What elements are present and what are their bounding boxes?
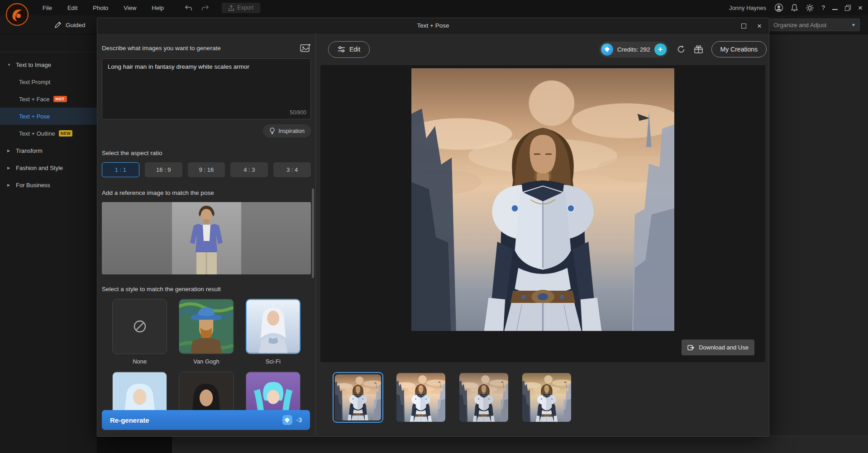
inspiration-label: Inspiration: [278, 128, 305, 134]
my-creations-button[interactable]: My Creations: [711, 41, 767, 57]
guided-mode[interactable]: Guided: [54, 15, 86, 34]
sidebar: ▼ Text to Image Text Prompt Text + Face …: [0, 34, 97, 453]
account-icon[interactable]: [774, 3, 783, 12]
style-card-anime[interactable]: [112, 372, 167, 415]
settings-gear-icon[interactable]: [806, 4, 814, 12]
export-icon: [229, 5, 234, 11]
inspiration-button[interactable]: Inspiration: [263, 124, 311, 137]
export-label: Export: [237, 5, 253, 11]
sidebar-section-fashion-style[interactable]: ▶ Fashion and Style: [0, 159, 97, 176]
refresh-icon[interactable]: [677, 45, 686, 54]
panel-scrollbar[interactable]: [312, 189, 314, 278]
sidebar-item-text-prompt[interactable]: Text Prompt: [0, 73, 97, 90]
minimize-window-icon[interactable]: [832, 9, 838, 10]
help-icon[interactable]: ?: [821, 4, 825, 11]
guided-label: Guided: [66, 22, 86, 28]
aspect-16-9-button[interactable]: 16 : 9: [145, 162, 182, 177]
image-reference-icon[interactable]: [300, 43, 311, 53]
add-credits-icon[interactable]: +: [654, 43, 667, 56]
credit-gem-icon: [282, 415, 292, 425]
dialog-maximize-icon[interactable]: [741, 24, 746, 28]
style-card-sci-fi[interactable]: [246, 299, 300, 354]
pose-reference-label: Add a reference image to match the pose: [102, 189, 311, 196]
regenerate-button[interactable]: Re-generate -3: [102, 410, 310, 430]
aspect-9-16-button[interactable]: 9 : 16: [188, 162, 225, 177]
text-pose-dialog: Text + Pose × Describe what images you w…: [97, 18, 769, 437]
download-icon: [687, 344, 695, 351]
variation-thumb-4[interactable]: [521, 372, 572, 423]
generated-image[interactable]: [411, 68, 674, 331]
sidebar-section-for-business[interactable]: ▶ For Business: [0, 176, 97, 193]
redo-icon[interactable]: [201, 5, 209, 11]
style-card-cyber[interactable]: [246, 372, 300, 415]
style-card-row: [102, 299, 311, 354]
cost-value: -3: [296, 416, 302, 424]
aspect-3-4-button[interactable]: 3 : 4: [273, 162, 311, 177]
style-card-van-gogh[interactable]: [179, 299, 234, 354]
style-card-realistic[interactable]: [179, 372, 234, 415]
variation-thumb-1[interactable]: [333, 372, 383, 423]
char-counter: 50/800: [290, 109, 306, 116]
history-controls: [185, 5, 209, 11]
generation-settings-panel: Describe what images you want to generat…: [97, 33, 316, 436]
dialog-close-icon[interactable]: ×: [757, 22, 762, 30]
app-screen: File Edit Photo View Help Export Jonny H…: [0, 0, 868, 453]
download-and-use-button[interactable]: Download and Use: [682, 340, 754, 355]
dialog-titlebar[interactable]: Text + Pose ×: [97, 18, 769, 33]
sidebar-section-label: For Business: [16, 182, 50, 189]
variation-thumb-3[interactable]: [458, 372, 509, 423]
menu-help[interactable]: Help: [152, 5, 164, 11]
download-and-use-label: Download and Use: [699, 344, 749, 351]
menu-edit[interactable]: Edit: [67, 5, 77, 11]
sidebar-item-text-pose[interactable]: Text + Pose: [0, 108, 97, 125]
sidebar-section-transform[interactable]: ▶ Transform: [0, 142, 97, 159]
none-slash-icon: [132, 318, 148, 335]
export-button[interactable]: Export: [222, 3, 260, 13]
aspect-4-3-button[interactable]: 4 : 3: [230, 162, 268, 177]
toolbar-right-cluster: Credits: 292 + My Creations: [599, 41, 767, 57]
sidebar-divider: [0, 52, 97, 52]
dialog-controls: ×: [741, 18, 762, 33]
notifications-bell-icon[interactable]: [791, 4, 798, 12]
app-logo-icon[interactable]: [5, 3, 29, 26]
close-window-icon[interactable]: ×: [858, 4, 863, 12]
aspect-1-1-button[interactable]: 1 : 1: [102, 162, 139, 177]
guided-pencil-icon: [54, 21, 62, 28]
gift-icon[interactable]: [694, 45, 703, 54]
aspect-ratio-group: 1 : 1 16 : 9 9 : 16 4 : 3 3 : 4: [102, 162, 311, 177]
result-toolbar: Edit Credits: 292 +: [328, 41, 767, 58]
undo-icon[interactable]: [185, 5, 192, 11]
variation-thumb-2[interactable]: [396, 372, 446, 423]
edit-label: Edit: [349, 46, 360, 53]
sidebar-section-text-to-image[interactable]: ▼ Text to Image: [0, 56, 97, 73]
caret-right-icon: ▶: [7, 166, 12, 170]
style-card-none[interactable]: [112, 299, 167, 354]
style-name-sci-fi: Sci-Fi: [246, 358, 300, 365]
menubar-right: Jonny Haynes ? ×: [729, 0, 863, 15]
lightbulb-icon: [269, 127, 275, 134]
regenerate-cost: -3: [282, 415, 302, 425]
credits-gem-icon: [601, 43, 613, 56]
menu-file[interactable]: File: [43, 5, 52, 11]
organize-adjust-dropdown[interactable]: Organize and Adjust ▾: [768, 19, 860, 31]
menu-photo[interactable]: Photo: [93, 5, 108, 11]
preview-area: Download and Use: [320, 65, 765, 362]
style-name-row: None Van Gogh Sci-Fi: [102, 358, 311, 365]
pose-reference-image[interactable]: [102, 202, 311, 274]
credits-label: Credits: 292: [617, 46, 650, 53]
sidebar-item-text-face[interactable]: Text + Face HOT: [0, 90, 97, 108]
sidebar-section-label: Transform: [16, 147, 43, 154]
style-card-row-2: [102, 372, 311, 415]
sidebar-item-text-outline[interactable]: Text + Outline NEW: [0, 125, 97, 142]
menu-view[interactable]: View: [124, 5, 136, 11]
restore-window-icon[interactable]: [845, 5, 851, 11]
credits-pill[interactable]: Credits: 292 +: [599, 42, 668, 57]
caret-right-icon: ▶: [7, 183, 12, 187]
edit-button[interactable]: Edit: [328, 41, 370, 58]
prompt-label: Describe what images you want to generat…: [102, 45, 221, 52]
prompt-input[interactable]: Long hair man in fantasy dreamy white sc…: [102, 58, 311, 119]
sliders-icon: [338, 46, 345, 52]
style-name-none: None: [112, 358, 167, 365]
dialog-title: Text + Pose: [417, 22, 449, 29]
variation-thumbnails: [333, 372, 572, 423]
